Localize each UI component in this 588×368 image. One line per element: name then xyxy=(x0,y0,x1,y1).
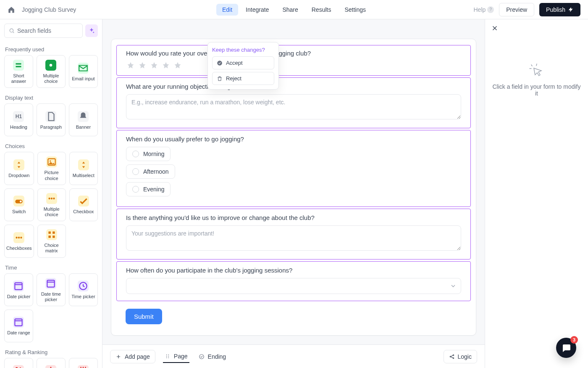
star-icon[interactable] xyxy=(161,61,171,70)
close-panel-button[interactable] xyxy=(491,26,499,33)
textarea-input[interactable] xyxy=(126,225,461,251)
field-tile-star-rating[interactable]: Star Rating xyxy=(37,358,66,368)
question-block[interactable]: What are your running objectives or goal… xyxy=(116,77,471,128)
tab-ending[interactable]: Ending xyxy=(197,351,228,363)
add-page-button[interactable]: Add page xyxy=(110,350,155,363)
accept-button[interactable]: Accept xyxy=(212,56,274,69)
sparkle-icon xyxy=(88,27,95,34)
field-tile-label: Email input xyxy=(72,76,94,82)
field-tile-short-answer[interactable]: Short answer xyxy=(4,55,33,88)
updown-icon xyxy=(13,159,24,170)
field-tile-multiple-choice[interactable]: Multiple choice xyxy=(37,188,66,221)
publish-button[interactable]: Publish xyxy=(539,3,580,16)
textarea-input[interactable] xyxy=(126,94,461,119)
tab-integrate[interactable]: Integrate xyxy=(240,4,275,16)
section-label: Choices xyxy=(0,139,102,152)
section-label: Rating & Ranking xyxy=(0,345,102,358)
field-tile-checkboxes[interactable]: Checkboxes xyxy=(4,225,34,257)
bell-icon xyxy=(78,111,89,122)
add-page-label: Add page xyxy=(125,353,150,360)
svg-point-5 xyxy=(20,201,22,203)
form-title: Jogging Club Survey xyxy=(22,6,76,13)
field-tile-ranking[interactable]: Ranking xyxy=(4,358,33,368)
svg-rect-17 xyxy=(47,280,55,287)
home-button[interactable] xyxy=(8,6,15,13)
field-tile-picture-choice[interactable]: Picture choice xyxy=(37,152,66,185)
chevron-down-icon xyxy=(450,283,457,289)
radio-option[interactable]: Afternoon xyxy=(126,164,175,179)
logic-button[interactable]: Logic xyxy=(444,350,477,363)
calendar-icon xyxy=(13,281,24,291)
field-tile-checkbox[interactable]: Checkbox xyxy=(69,188,98,221)
chat-button[interactable]: 3 xyxy=(556,338,576,358)
field-tile-choice-matrix[interactable]: Choice matrix xyxy=(37,225,66,257)
ai-button[interactable] xyxy=(85,24,98,37)
question-block[interactable]: When do you usually prefer to go jogging… xyxy=(116,130,471,207)
select-input[interactable] xyxy=(126,278,461,294)
search-input[interactable]: Search fields xyxy=(4,24,83,38)
question-block[interactable]: Is there anything you'd like us to impro… xyxy=(116,209,471,259)
help-label: Help xyxy=(473,6,486,13)
tab-edit[interactable]: Edit xyxy=(216,4,238,16)
field-tile-heading[interactable]: H1Heading xyxy=(4,103,33,136)
changes-popover: Keep these changes? Accept Reject xyxy=(207,42,279,90)
field-tile-label: Multiselect xyxy=(73,173,94,178)
chat-icon xyxy=(561,343,571,353)
star-icon[interactable] xyxy=(150,61,159,70)
star-icon[interactable] xyxy=(126,61,135,70)
field-tile-dropdown[interactable]: Dropdown xyxy=(4,152,34,185)
tab-settings[interactable]: Settings xyxy=(339,4,372,16)
tab-page[interactable]: Page xyxy=(163,350,189,363)
drag-icon xyxy=(165,353,171,359)
field-tile-date-time-picker[interactable]: Date time picker xyxy=(37,273,66,306)
logic-label: Logic xyxy=(457,353,471,360)
field-tile-slider[interactable]: Slider xyxy=(69,358,98,368)
envelope-icon xyxy=(78,63,89,74)
field-tile-label: Heading xyxy=(10,124,27,130)
question-block[interactable]: How would you rate your overall experien… xyxy=(116,45,471,76)
svg-point-29 xyxy=(453,355,454,355)
field-tile-label: Date time picker xyxy=(39,291,63,302)
cursor-click-icon xyxy=(528,63,545,77)
field-tile-label: Picture choice xyxy=(39,170,64,181)
field-tile-banner[interactable]: Banner xyxy=(69,103,98,136)
star-icon[interactable] xyxy=(138,61,147,70)
grid4-icon xyxy=(46,229,57,240)
swap-icon xyxy=(13,365,24,368)
field-tile-label: Multiple choice xyxy=(39,73,63,84)
tab-share[interactable]: Share xyxy=(276,4,304,16)
bolt-icon xyxy=(568,7,574,13)
field-tile-switch[interactable]: Switch xyxy=(4,188,34,221)
check-circle-icon xyxy=(217,60,223,66)
field-tile-label: Date picker xyxy=(7,294,31,299)
field-tile-paragraph[interactable]: Paragraph xyxy=(37,103,66,136)
field-tile-label: Checkboxes xyxy=(6,246,32,251)
svg-point-3 xyxy=(50,161,51,162)
radio-option[interactable]: Evening xyxy=(126,182,171,196)
field-tile-multiple-choice[interactable]: Multiple choice xyxy=(37,55,66,88)
home-icon xyxy=(8,6,15,13)
close-icon xyxy=(491,24,499,32)
field-tile-label: Switch xyxy=(12,209,26,214)
radio-option[interactable]: Morning xyxy=(126,147,171,161)
question-block[interactable]: How often do you participate in the club… xyxy=(116,261,471,301)
star-icon[interactable] xyxy=(173,61,182,70)
help-link[interactable]: Help ? xyxy=(473,6,494,13)
star-rating[interactable] xyxy=(126,61,461,70)
tab-results[interactable]: Results xyxy=(306,4,337,16)
field-tile-label: Banner xyxy=(76,124,91,130)
submit-button[interactable]: Submit xyxy=(126,309,162,324)
field-tile-date-picker[interactable]: Date picker xyxy=(4,273,33,306)
field-tile-multiselect[interactable]: Multiselect xyxy=(69,152,98,185)
field-tile-label: Paragraph xyxy=(40,124,62,130)
radio-icon xyxy=(132,151,139,157)
preview-button[interactable]: Preview xyxy=(499,3,534,16)
field-tile-email-input[interactable]: Email input xyxy=(69,55,98,88)
radio-icon xyxy=(132,186,139,193)
field-tile-date-range[interactable]: Date range xyxy=(4,310,33,342)
reject-button[interactable]: Reject xyxy=(212,72,274,85)
radio-icon xyxy=(132,168,139,175)
field-tile-time-picker[interactable]: Time picker xyxy=(69,273,98,306)
svg-point-25 xyxy=(168,356,169,357)
field-tile-label: Checkbox xyxy=(73,209,94,214)
